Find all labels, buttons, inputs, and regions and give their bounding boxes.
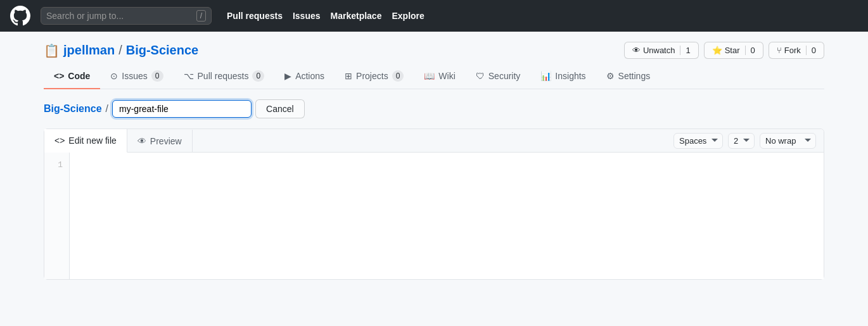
preview-tab[interactable]: 👁 Preview <box>127 130 193 153</box>
file-path-row: Big-Science / Cancel <box>44 89 824 129</box>
tab-insights[interactable]: 📊 Insights <box>530 64 596 89</box>
path-slash: / <box>106 103 108 115</box>
separator: / <box>118 43 122 58</box>
tab-projects[interactable]: ⊞ Projects 0 <box>335 64 414 89</box>
actions-icon: ▶ <box>284 71 291 81</box>
tab-code[interactable]: <> Code <box>44 64 100 89</box>
pr-icon: ⌥ <box>184 71 194 81</box>
tab-settings-label: Settings <box>618 71 651 81</box>
github-logo[interactable] <box>10 6 30 26</box>
main-content: 📋 jpellman / Big-Science 👁 Unwatch 1 ⭐ S… <box>29 32 839 280</box>
issues-badge: 0 <box>151 70 163 82</box>
fork-count[interactable]: 0 <box>806 46 816 55</box>
tab-wiki-label: Wiki <box>438 71 455 81</box>
editor-toolbar: <> Edit new file 👁 Preview Spaces Tabs 2… <box>44 129 824 153</box>
tab-issues-label: Issues <box>122 71 147 81</box>
settings-icon: ⚙ <box>606 71 615 81</box>
edit-tab-code-icon: <> <box>54 135 65 146</box>
search-input[interactable] <box>46 11 191 21</box>
tab-actions[interactable]: ▶ Actions <box>274 64 335 89</box>
eye-icon: 👁 <box>632 46 641 55</box>
editor-container: <> Edit new file 👁 Preview Spaces Tabs 2… <box>44 129 824 280</box>
nav-issues[interactable]: Issues <box>293 11 321 21</box>
insights-icon: 📊 <box>540 71 551 81</box>
repo-tabs: <> Code ⊙ Issues 0 ⌥ Pull requests 0 ▶ A… <box>44 64 824 89</box>
cancel-button[interactable]: Cancel <box>255 99 305 118</box>
unwatch-count[interactable]: 1 <box>680 46 690 55</box>
pr-badge: 0 <box>252 70 264 82</box>
line-number: 1 <box>51 160 63 170</box>
wrap-select[interactable]: No wrap Soft wrap <box>760 133 816 149</box>
edit-tab[interactable]: <> Edit new file <box>44 129 127 153</box>
nav-explore[interactable]: Explore <box>392 11 424 21</box>
repo-icon: 📋 <box>44 43 60 58</box>
tab-issues[interactable]: ⊙ Issues 0 <box>100 64 173 89</box>
repo-title: 📋 jpellman / Big-Science <box>44 43 198 58</box>
tab-insights-label: Insights <box>555 71 585 81</box>
fork-button[interactable]: ⑂ Fork 0 <box>769 42 824 59</box>
star-icon: ⭐ <box>712 46 722 55</box>
star-count[interactable]: 0 <box>745 46 755 55</box>
tab-actions-label: Actions <box>295 71 324 81</box>
tab-code-label: Code <box>68 71 90 81</box>
spaces-select[interactable]: Spaces Tabs <box>673 133 723 149</box>
fork-icon: ⑂ <box>777 46 782 55</box>
code-icon: <> <box>54 71 64 81</box>
tab-projects-label: Projects <box>356 71 388 81</box>
tab-settings[interactable]: ⚙ Settings <box>596 64 661 89</box>
search-bar[interactable]: / <box>41 7 212 25</box>
slash-badge: / <box>196 10 206 22</box>
tab-wiki[interactable]: 📖 Wiki <box>414 64 465 89</box>
preview-tab-label: Preview <box>150 136 182 146</box>
issues-icon: ⊙ <box>110 71 118 81</box>
unwatch-button[interactable]: 👁 Unwatch 1 <box>624 42 699 59</box>
tab-pull-requests[interactable]: ⌥ Pull requests 0 <box>174 64 275 89</box>
tab-pr-label: Pull requests <box>198 71 249 81</box>
editor-controls: Spaces Tabs 2 4 8 No wrap Soft wrap <box>673 133 824 149</box>
security-icon: 🛡 <box>476 71 485 81</box>
repo-owner-link[interactable]: jpellman <box>63 43 115 58</box>
star-button[interactable]: ⭐ Star 0 <box>704 42 763 59</box>
fork-label: Fork <box>784 46 801 55</box>
edit-tab-label: Edit new file <box>68 135 116 146</box>
navbar: / Pull requests Issues Marketplace Explo… <box>0 0 868 32</box>
tab-security-label: Security <box>488 71 521 81</box>
projects-icon: ⊞ <box>345 71 352 81</box>
repo-header: 📋 jpellman / Big-Science 👁 Unwatch 1 ⭐ S… <box>44 32 824 59</box>
star-label: Star <box>725 46 740 55</box>
nav-marketplace[interactable]: Marketplace <box>331 11 382 21</box>
repo-actions: 👁 Unwatch 1 ⭐ Star 0 ⑂ Fork 0 <box>624 42 824 59</box>
filename-input[interactable] <box>112 100 252 118</box>
preview-icon: 👁 <box>137 136 146 146</box>
navbar-links: Pull requests Issues Marketplace Explore <box>227 11 424 21</box>
tab-security[interactable]: 🛡 Security <box>466 64 531 89</box>
line-numbers: 1 <box>44 153 70 279</box>
projects-badge: 0 <box>392 70 404 82</box>
nav-pull-requests[interactable]: Pull requests <box>227 11 283 21</box>
repo-breadcrumb-link[interactable]: Big-Science <box>44 103 102 115</box>
indent-select[interactable]: 2 4 8 <box>728 133 755 149</box>
unwatch-label: Unwatch <box>643 46 675 55</box>
editor-body: 1 <box>44 153 824 279</box>
repo-name-link[interactable]: Big-Science <box>126 43 198 58</box>
wiki-icon: 📖 <box>424 71 435 81</box>
editor-textarea[interactable] <box>70 153 824 279</box>
